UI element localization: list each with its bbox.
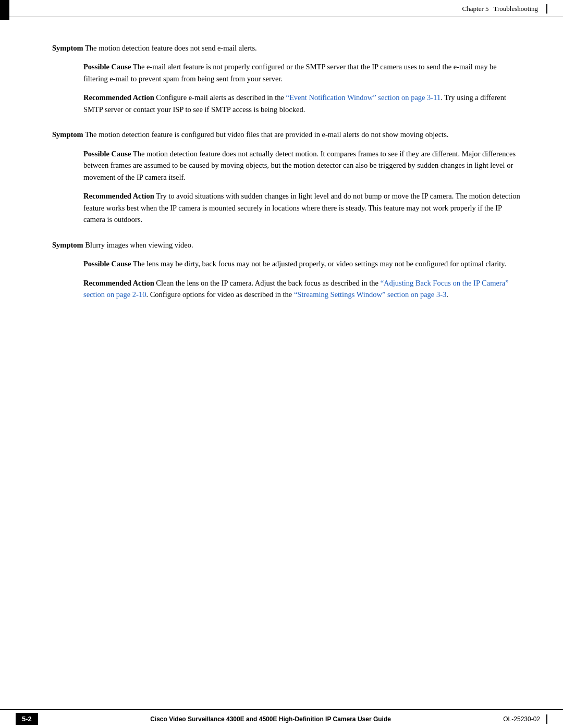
black-square-decoration [0, 0, 9, 20]
possible-cause-3-label: Possible Cause [83, 260, 131, 268]
possible-cause-2-block: Possible Cause The motion detection feat… [83, 148, 521, 183]
header-chapter-label: Chapter 5 Troubleshooting [462, 5, 538, 13]
symptom-1-line: Symptom The motion detection feature doe… [52, 42, 521, 54]
recommended-action-3-text-after: . [446, 290, 448, 299]
symptom-block-3: Symptom Blurry images when viewing video… [52, 239, 521, 301]
symptom-3-text: Blurry images when viewing video. [83, 241, 193, 249]
symptom-1-label: Symptom [52, 44, 83, 52]
possible-cause-2-label: Possible Cause [83, 150, 131, 158]
possible-cause-1-block: Possible Cause The e-mail alert feature … [83, 61, 521, 84]
page-header: Chapter 5 Troubleshooting [0, 0, 563, 17]
chapter-label: Chapter 5 [462, 5, 489, 13]
symptom-3-line: Symptom Blurry images when viewing video… [52, 239, 521, 251]
recommended-action-3-text-mid: . Configure options for video as describ… [146, 290, 294, 299]
recommended-action-2-block: Recommended Action Try to avoid situatio… [83, 190, 521, 225]
recommended-action-3-block: Recommended Action Clean the lens on the… [83, 277, 521, 301]
footer-doc-number: OL-25230-02 [503, 715, 540, 723]
possible-cause-1-text: The e-mail alert feature is not properly… [83, 63, 497, 82]
symptom-1-text: The motion detection feature does not se… [83, 44, 257, 52]
symptom-block-1: Symptom The motion detection feature doe… [52, 42, 521, 115]
possible-cause-1-label: Possible Cause [83, 63, 131, 71]
symptom-2-label: Symptom [52, 130, 83, 139]
page-footer: 5-2 Cisco Video Surveillance 4300E and 4… [0, 709, 563, 728]
header-right-divider [546, 4, 547, 14]
possible-cause-2-text: The motion detection feature does not ac… [83, 150, 516, 181]
recommended-action-1-text-before: Configure e-mail alerts as described in … [154, 93, 286, 102]
footer-center-text: Cisco Video Surveillance 4300E and 4500E… [38, 715, 503, 723]
footer-right-group: OL-25230-02 [503, 714, 547, 724]
footer-right-divider [546, 714, 547, 724]
header-section-title: Troubleshooting [494, 5, 538, 13]
page-number: 5-2 [16, 713, 38, 725]
recommended-action-3-link2[interactable]: “Streaming Settings Window” section on p… [294, 290, 446, 299]
main-content: Symptom The motion detection feature doe… [0, 17, 563, 346]
symptom-block-2: Symptom The motion detection feature is … [52, 129, 521, 225]
recommended-action-2-label: Recommended Action [83, 192, 154, 200]
recommended-action-1-label: Recommended Action [83, 93, 154, 102]
recommended-action-1-link[interactable]: “Event Notification Window” section on p… [286, 93, 441, 102]
symptom-2-text: The motion detection feature is configur… [83, 130, 449, 139]
recommended-action-3-text-before: Clean the lens on the IP camera. Adjust … [154, 279, 381, 287]
possible-cause-3-text: The lens may be dirty, back focus may no… [131, 260, 506, 268]
recommended-action-1-block: Recommended Action Configure e-mail aler… [83, 92, 521, 115]
possible-cause-3-block: Possible Cause The lens may be dirty, ba… [83, 258, 521, 269]
symptom-2-line: Symptom The motion detection feature is … [52, 129, 521, 140]
recommended-action-3-label: Recommended Action [83, 279, 154, 287]
symptom-3-label: Symptom [52, 241, 83, 249]
